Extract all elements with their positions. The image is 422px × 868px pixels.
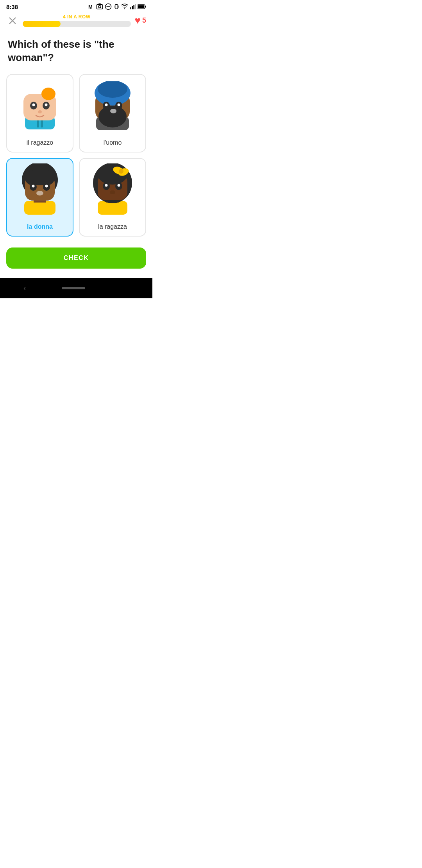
svg-point-2 bbox=[98, 5, 101, 8]
heart-icon: ♥ bbox=[135, 14, 141, 27]
svg-point-38 bbox=[118, 103, 120, 106]
svg-point-27 bbox=[45, 103, 48, 106]
choice-label-la-ragazza: la ragazza bbox=[98, 223, 127, 230]
choices-grid: il ragazzo bbox=[0, 74, 152, 237]
vibrate-icon bbox=[113, 4, 120, 10]
svg-point-8 bbox=[124, 8, 125, 9]
svg-text:M: M bbox=[88, 4, 93, 10]
choice-card-luomo[interactable]: l'uomo bbox=[79, 74, 146, 152]
svg-point-60 bbox=[105, 184, 108, 187]
choice-card-la-ragazza[interactable]: la ragazza bbox=[79, 158, 146, 237]
close-button[interactable] bbox=[6, 14, 19, 27]
nav-home-pill[interactable] bbox=[62, 287, 85, 289]
wifi-icon bbox=[121, 3, 128, 10]
choice-label-la-donna: la donna bbox=[27, 223, 53, 230]
nav-bar: ‹ bbox=[0, 278, 152, 298]
signal-icon bbox=[130, 4, 136, 10]
svg-rect-40 bbox=[24, 201, 55, 215]
svg-rect-11 bbox=[133, 5, 134, 9]
character-girl bbox=[87, 163, 138, 220]
camera-icon bbox=[96, 3, 103, 10]
streak-label: 4 IN A ROW bbox=[23, 14, 131, 20]
progress-track bbox=[23, 21, 131, 27]
nav-back-icon[interactable]: ‹ bbox=[23, 283, 26, 292]
choice-card-la-donna[interactable]: la donna bbox=[6, 158, 73, 237]
status-time: 8:38 bbox=[6, 4, 18, 10]
check-button[interactable]: CHECK bbox=[6, 247, 146, 269]
heart-area: ♥ 5 bbox=[135, 14, 146, 27]
battery-icon bbox=[138, 4, 146, 9]
svg-point-57 bbox=[119, 169, 123, 174]
status-icons: M bbox=[88, 3, 146, 10]
svg-point-39 bbox=[110, 109, 116, 113]
svg-point-49 bbox=[36, 191, 43, 195]
svg-rect-5 bbox=[115, 5, 118, 9]
check-btn-area: CHECK bbox=[0, 237, 152, 278]
progress-fill bbox=[23, 21, 61, 27]
svg-rect-10 bbox=[132, 6, 133, 9]
progress-bar-area: 4 IN A ROW ♥ 5 bbox=[0, 12, 152, 29]
choice-label-il-ragazzo: il ragazzo bbox=[27, 139, 53, 146]
character-man bbox=[87, 79, 138, 136]
carrier-icon: M bbox=[88, 4, 95, 10]
character-boy bbox=[14, 79, 65, 136]
svg-point-28 bbox=[38, 110, 42, 113]
dnd-icon bbox=[105, 3, 112, 10]
svg-point-61 bbox=[118, 184, 120, 187]
question-text: Which of these is "the woman"? bbox=[8, 38, 145, 65]
svg-point-48 bbox=[45, 185, 48, 187]
choice-label-luomo: l'uomo bbox=[104, 139, 122, 146]
status-bar: 8:38 M bbox=[0, 0, 152, 12]
progress-container: 4 IN A ROW bbox=[23, 14, 131, 27]
svg-rect-15 bbox=[145, 5, 146, 7]
svg-point-33 bbox=[98, 81, 127, 98]
choice-card-il-ragazzo[interactable]: il ragazzo bbox=[6, 74, 73, 152]
svg-rect-44 bbox=[25, 170, 55, 185]
svg-point-23 bbox=[41, 88, 55, 100]
svg-rect-9 bbox=[130, 7, 131, 9]
svg-rect-12 bbox=[135, 4, 136, 9]
character-woman bbox=[14, 163, 65, 220]
heart-count: 5 bbox=[142, 16, 146, 25]
svg-point-62 bbox=[110, 190, 115, 194]
svg-point-26 bbox=[32, 103, 35, 106]
question-section: Which of these is "the woman"? bbox=[0, 29, 152, 71]
svg-point-47 bbox=[32, 185, 35, 187]
svg-rect-14 bbox=[138, 5, 144, 8]
svg-point-37 bbox=[105, 103, 108, 106]
